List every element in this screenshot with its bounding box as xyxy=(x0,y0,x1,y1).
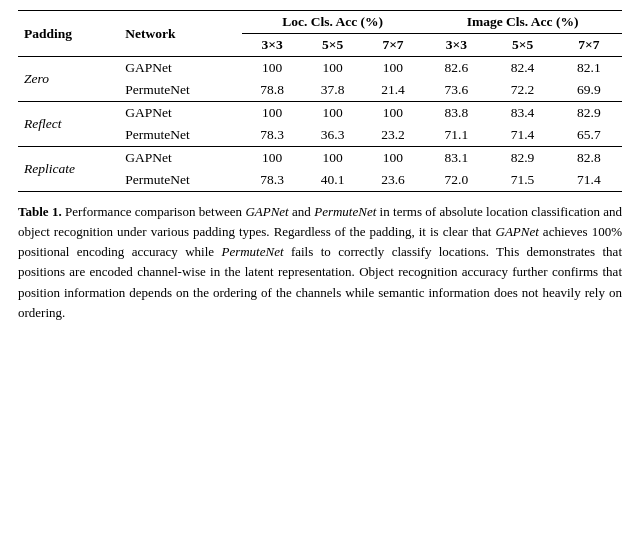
data-cell: 73.6 xyxy=(423,79,489,102)
data-cell: 82.1 xyxy=(556,57,622,80)
data-cell: 82.8 xyxy=(556,147,622,170)
data-cell: 100 xyxy=(302,57,362,80)
data-cell: 83.1 xyxy=(423,147,489,170)
data-cell: 100 xyxy=(363,57,423,80)
data-cell: 82.9 xyxy=(489,147,555,170)
network-cell: GAPNet xyxy=(119,102,242,125)
caption-permutenet1: PermuteNet xyxy=(314,204,376,219)
data-cell: 72.0 xyxy=(423,169,489,192)
network-header: Network xyxy=(119,11,242,57)
data-cell: 82.9 xyxy=(556,102,622,125)
caption-text1: Performance comparison between xyxy=(62,204,246,219)
data-cell: 100 xyxy=(302,147,362,170)
caption-gapnet2: GAPNet xyxy=(496,224,539,239)
table-caption: Table 1. Performance comparison between … xyxy=(18,202,622,323)
data-cell: 21.4 xyxy=(363,79,423,102)
data-cell: 100 xyxy=(242,147,302,170)
padding-cell-0: Zero xyxy=(18,57,119,102)
data-cell: 71.4 xyxy=(556,169,622,192)
data-cell: 83.4 xyxy=(489,102,555,125)
table-container: Padding Network Loc. Cls. Acc (%) Image … xyxy=(18,10,622,192)
data-cell: 37.8 xyxy=(302,79,362,102)
network-cell: PermuteNet xyxy=(119,79,242,102)
sub-header-loc-5x5: 5×5 xyxy=(302,34,362,57)
sub-header-loc-3x3: 3×3 xyxy=(242,34,302,57)
network-cell: PermuteNet xyxy=(119,124,242,147)
data-cell: 83.8 xyxy=(423,102,489,125)
sub-header-loc-7x7: 7×7 xyxy=(363,34,423,57)
sub-header-img-3x3: 3×3 xyxy=(423,34,489,57)
data-cell: 69.9 xyxy=(556,79,622,102)
padding-header: Padding xyxy=(18,11,119,57)
data-cell: 100 xyxy=(363,102,423,125)
caption-permutenet2: PermuteNet xyxy=(221,244,283,259)
data-cell: 71.1 xyxy=(423,124,489,147)
img-cls-header: Image Cls. Acc (%) xyxy=(423,11,622,34)
network-cell: GAPNet xyxy=(119,147,242,170)
sub-header-img-7x7: 7×7 xyxy=(556,34,622,57)
data-cell: 100 xyxy=(363,147,423,170)
data-cell: 82.6 xyxy=(423,57,489,80)
data-cell: 78.3 xyxy=(242,169,302,192)
data-cell: 40.1 xyxy=(302,169,362,192)
data-cell: 82.4 xyxy=(489,57,555,80)
data-cell: 71.4 xyxy=(489,124,555,147)
caption-label: Table 1. xyxy=(18,204,62,219)
caption-text2: and xyxy=(289,204,314,219)
padding-cell-2: Replicate xyxy=(18,147,119,192)
data-cell: 65.7 xyxy=(556,124,622,147)
data-cell: 100 xyxy=(302,102,362,125)
data-cell: 23.2 xyxy=(363,124,423,147)
data-cell: 23.6 xyxy=(363,169,423,192)
data-cell: 100 xyxy=(242,57,302,80)
sub-header-img-5x5: 5×5 xyxy=(489,34,555,57)
loc-cls-header: Loc. Cls. Acc (%) xyxy=(242,11,423,34)
data-cell: 78.3 xyxy=(242,124,302,147)
data-cell: 100 xyxy=(242,102,302,125)
padding-cell-1: Reflect xyxy=(18,102,119,147)
results-table: Padding Network Loc. Cls. Acc (%) Image … xyxy=(18,10,622,192)
network-cell: PermuteNet xyxy=(119,169,242,192)
data-cell: 78.8 xyxy=(242,79,302,102)
data-cell: 72.2 xyxy=(489,79,555,102)
caption-gapnet1: GAPNet xyxy=(245,204,288,219)
data-cell: 71.5 xyxy=(489,169,555,192)
data-cell: 36.3 xyxy=(302,124,362,147)
network-cell: GAPNet xyxy=(119,57,242,80)
